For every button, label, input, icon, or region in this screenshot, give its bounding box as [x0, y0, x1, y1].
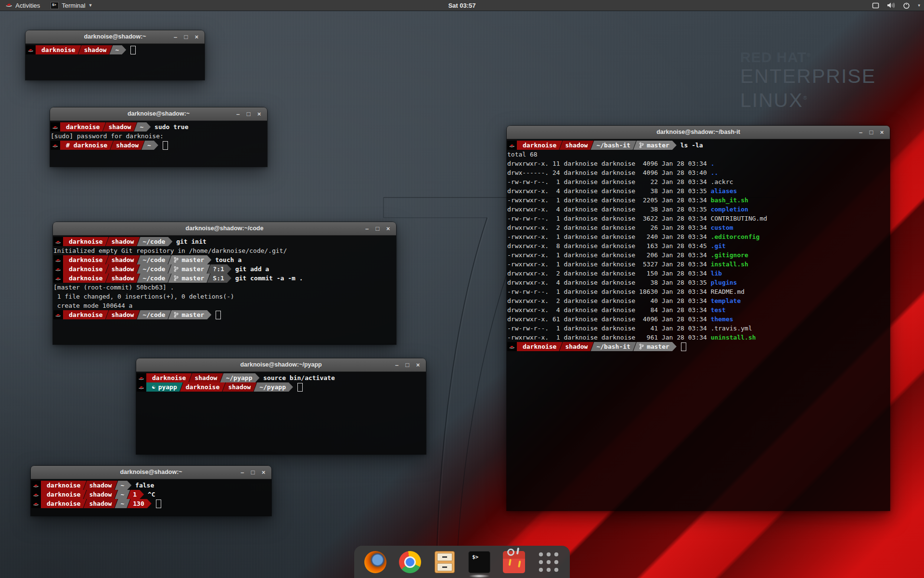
prompt-segment-path: ~/code [137, 310, 171, 319]
maximize-button[interactable]: □ [404, 361, 411, 368]
file-cabinet-icon [435, 551, 455, 573]
prompt-segment-host: shadow [559, 342, 593, 351]
command-text: ls -la [677, 141, 703, 150]
clock[interactable]: Sat 03:57 [443, 0, 480, 11]
window-titlebar[interactable]: darknoise@shadow:~/code –□× [53, 222, 396, 236]
terminal-cursor [156, 499, 161, 508]
prompt-segment-host: shadow [83, 499, 117, 508]
prompt-segment-path: ~ [109, 45, 126, 54]
file-name: .travis.yml [711, 325, 752, 332]
dock-item-toolbox[interactable] [502, 551, 526, 574]
terminal-content[interactable]: darknoiseshadow~ sudo true[sudo] passwor… [50, 121, 267, 167]
window-titlebar[interactable]: darknoise@shadow:~/bash-it –□× [507, 126, 890, 139]
window-titlebar[interactable]: darknoise@shadow:~/pyapp –□× [136, 358, 426, 372]
terminal-window-sudo[interactable]: darknoise@shadow:~ –□× darknoiseshadow~ … [50, 107, 267, 167]
app-menu-terminal[interactable]: $> Terminal ▼ [45, 0, 98, 11]
prompt-segment-user: darknoise [60, 122, 105, 131]
dock-item-app-grid[interactable] [537, 551, 560, 574]
close-button[interactable]: × [260, 469, 267, 476]
close-button[interactable]: × [256, 110, 263, 118]
command-text: source bin/activate [259, 373, 335, 382]
file-name: plugins [711, 279, 737, 286]
minimize-button[interactable]: – [857, 129, 864, 136]
prompt-segment-path: ~ [115, 481, 131, 490]
close-button[interactable]: × [193, 33, 200, 40]
maximize-button[interactable]: □ [868, 129, 875, 136]
prompt-segment-host: shadow [110, 141, 144, 150]
terminal-line: drwxrwxr-x. 2 darknoise darknoise 40 Jan… [507, 296, 889, 305]
dock-item-firefox[interactable] [364, 551, 387, 574]
file-name: .git [711, 242, 726, 250]
maximize-button[interactable]: □ [245, 110, 252, 118]
top-bar: Activities $> Terminal ▼ Sat 03:57 ▾ [0, 0, 924, 11]
file-name: . [711, 160, 715, 167]
system-tray[interactable]: ▾ [868, 0, 924, 11]
close-button[interactable]: × [414, 361, 422, 368]
minimize-button[interactable]: – [393, 361, 400, 368]
red-hat-icon [53, 237, 63, 246]
prompt-segment-path: ~/code [137, 264, 171, 274]
maximize-button[interactable]: □ [374, 225, 381, 232]
red-hat-icon [51, 122, 60, 131]
red-hat-icon [53, 255, 63, 264]
prompt-segment-path: ~/code [137, 274, 171, 283]
terminal-content[interactable]: darknoiseshadow~/bash-itmaster ls -latot… [507, 139, 890, 511]
close-button[interactable]: × [878, 129, 886, 136]
window-titlebar[interactable]: darknoise@shadow:~ –□× [50, 107, 267, 121]
terminal-line: -rw-rw-r--. 1 darknoise darknoise 41 Jan… [507, 324, 889, 333]
terminal-line: drwxrwxr-x. 4 darknoise darknoise 38 Jan… [507, 186, 889, 196]
terminal-line: [sudo] password for darknoise: [51, 131, 266, 141]
terminal-content[interactable]: darknoiseshadow~ [26, 44, 205, 80]
file-name: uninstall.sh [711, 334, 756, 341]
file-name: .editorconfig [711, 233, 760, 240]
red-hat-icon [26, 45, 36, 54]
prompt-segment-user: darknoise [41, 481, 86, 490]
terminal-window-exitcodes[interactable]: darknoise@shadow:~ –□× darknoiseshadow~ … [31, 466, 271, 516]
close-button[interactable]: × [385, 225, 392, 232]
terminal-line: create mode 100644 a [53, 301, 395, 310]
prompt-segment-user: darknoise [63, 264, 108, 274]
prompt-segment-host: shadow [189, 373, 223, 382]
dock-item-chrome[interactable] [398, 551, 422, 574]
terminal-line: darknoiseshadow~/codemasterS:1 git commi… [53, 274, 395, 283]
terminal-cursor [163, 141, 168, 150]
terminal-line: Initialized empty Git repository in /hom… [53, 246, 395, 255]
terminal-content[interactable]: darknoiseshadow~ falsedarknoiseshadow~1 … [31, 479, 271, 516]
red-hat-icon [51, 141, 60, 150]
activities-button[interactable]: Activities [0, 0, 45, 11]
terminal-window-home-1[interactable]: darknoise@shadow:~ –□× darknoiseshadow~ [26, 30, 205, 80]
logo-line-linux: LINUX® [740, 87, 876, 111]
terminal-content[interactable]: darknoiseshadow~/code git initInitialize… [53, 236, 396, 345]
minimize-button[interactable]: – [363, 225, 371, 232]
prompt-segment-path: ~/code [137, 237, 172, 246]
terminal-window-pyapp[interactable]: darknoise@shadow:~/pyapp –□× darknoisesh… [136, 358, 426, 454]
terminal-content[interactable]: darknoiseshadow~/pyapp source bin/activa… [136, 372, 426, 455]
minimize-button[interactable]: – [239, 469, 246, 476]
dock-item-files[interactable] [433, 551, 456, 574]
command-text: git add a [231, 264, 269, 274]
chrome-icon [399, 551, 421, 573]
maximize-button[interactable]: □ [249, 469, 257, 476]
terminal-line: darknoiseshadow~/codemaster [53, 310, 395, 319]
dock-item-terminal[interactable] [468, 551, 491, 574]
terminal-window-bash-it[interactable]: darknoise@shadow:~/bash-it –□× darknoise… [507, 126, 890, 511]
terminal-line: darknoiseshadow~ false [31, 481, 270, 490]
terminal-line: -rw-rw-r--. 1 darknoise darknoise 18630 … [507, 287, 889, 296]
window-titlebar[interactable]: darknoise@shadow:~ –□× [31, 466, 271, 479]
prompt-segment-branch: master [168, 310, 211, 319]
minimize-button[interactable]: – [234, 110, 242, 118]
terminal-icon [468, 551, 490, 573]
prompt-segment-host: shadow [105, 264, 140, 274]
terminal-window-code[interactable]: darknoise@shadow:~/code –□× darknoisesha… [53, 222, 396, 344]
window-titlebar[interactable]: darknoise@shadow:~ –□× [26, 30, 205, 44]
maximize-button[interactable]: □ [182, 33, 190, 40]
command-text: git commit -a -m . [231, 274, 303, 283]
red-hat-icon [507, 141, 517, 150]
prompt-segment-user: darknoise [41, 499, 86, 508]
red-hat-icon [137, 382, 146, 392]
terminal-line: darknoiseshadow~/code git init [53, 237, 395, 246]
prompt-segment-user: darknoise [63, 237, 108, 246]
minimize-button[interactable]: – [172, 33, 179, 40]
terminal-line: drwxrwxr-x. 4 darknoise darknoise 84 Jan… [507, 305, 889, 315]
prompt-segment-venv: ☯pyapp [146, 382, 183, 392]
